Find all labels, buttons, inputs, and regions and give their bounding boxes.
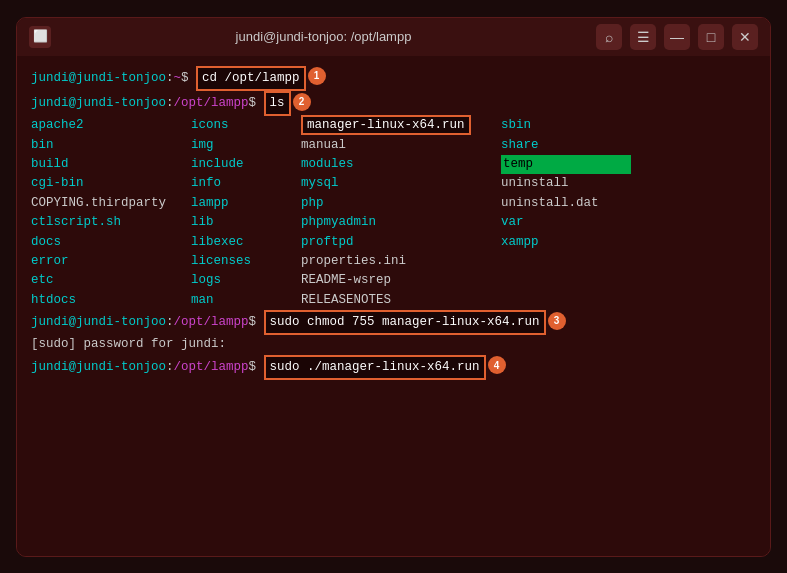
cmd-box-2: ls 2 (264, 91, 311, 116)
file-xampp: xampp (501, 233, 631, 252)
file-htdocs: htdocs (31, 291, 191, 310)
maximize-button[interactable]: □ (698, 24, 724, 50)
file-var: var (501, 213, 631, 232)
file-icons: icons (191, 116, 301, 135)
step-badge-3: 3 (548, 312, 566, 330)
file-sbin: sbin (501, 116, 631, 135)
file-docs: docs (31, 233, 191, 252)
file-libexec: libexec (191, 233, 301, 252)
prompt-path-3: /opt/lampp (174, 313, 249, 332)
terminal-window: ⬜ jundi@jundi-tonjoo: /opt/lampp ⌕ ☰ — □… (16, 17, 771, 557)
terminal-icon: ⬜ (29, 26, 51, 48)
menu-button[interactable]: ☰ (630, 24, 656, 50)
cmd-text-2: ls (264, 91, 291, 116)
close-button[interactable]: ✕ (732, 24, 758, 50)
file-build: build (31, 155, 191, 174)
file-lib: lib (191, 213, 301, 232)
window-controls: ⌕ ☰ — □ ✕ (596, 24, 758, 50)
file-php: php (301, 194, 501, 213)
prompt-user: jundi@jundi-tonjoo (31, 69, 166, 88)
file-manager: manager-linux-x64.run (301, 116, 501, 135)
col4: sbin share temp uninstall uninstall.dat … (501, 116, 631, 310)
command-line-4: jundi@jundi-tonjoo : /opt/lampp $ sudo .… (31, 355, 756, 380)
file-logs: logs (191, 271, 301, 290)
command-line-1: jundi@jundi-tonjoo : ~ $ cd /opt/lampp 1 (31, 66, 756, 91)
step-badge-4: 4 (488, 356, 506, 374)
file-share: share (501, 136, 631, 155)
minimize-button[interactable]: — (664, 24, 690, 50)
file-error: error (31, 252, 191, 271)
file-licenses: licenses (191, 252, 301, 271)
terminal-body[interactable]: jundi@jundi-tonjoo : ~ $ cd /opt/lampp 1… (17, 56, 770, 556)
col1: apache2 bin build cgi-bin COPYING.thirdp… (31, 116, 191, 310)
sudo-prompt-text: [sudo] password for jundi: (31, 335, 226, 354)
file-ctlscript: ctlscript.sh (31, 213, 191, 232)
prompt-user-2: jundi@jundi-tonjoo (31, 94, 166, 113)
file-lampp: lampp (191, 194, 301, 213)
step-badge-2: 2 (293, 93, 311, 111)
cmd-box-4: sudo ./manager-linux-x64.run 4 (264, 355, 506, 380)
cmd-box-3: sudo chmod 755 manager-linux-x64.run 3 (264, 310, 566, 335)
file-info: info (191, 174, 301, 193)
file-releasenotes: RELEASENOTES (301, 291, 501, 310)
col3: manager-linux-x64.run manual modules mys… (301, 116, 501, 310)
file-modules: modules (301, 155, 501, 174)
command-line-3: jundi@jundi-tonjoo : /opt/lampp $ sudo c… (31, 310, 756, 335)
file-cgi-bin: cgi-bin (31, 174, 191, 193)
cmd-text-1: cd /opt/lampp (196, 66, 306, 91)
titlebar: ⬜ jundi@jundi-tonjoo: /opt/lampp ⌕ ☰ — □… (17, 18, 770, 56)
file-apache2: apache2 (31, 116, 191, 135)
file-copying: COPYING.thirdparty (31, 194, 191, 213)
file-manual: manual (301, 136, 501, 155)
prompt-path-2: /opt/lampp (174, 94, 249, 113)
prompt-path-4: /opt/lampp (174, 358, 249, 377)
file-etc: etc (31, 271, 191, 290)
prompt-user-4: jundi@jundi-tonjoo (31, 358, 166, 377)
file-readme: README-wsrep (301, 271, 501, 290)
file-man: man (191, 291, 301, 310)
file-temp: temp (501, 155, 631, 174)
file-proftpd: proftpd (301, 233, 501, 252)
prompt-user-3: jundi@jundi-tonjoo (31, 313, 166, 332)
cmd-text-3: sudo chmod 755 manager-linux-x64.run (264, 310, 546, 335)
window-title: jundi@jundi-tonjoo: /opt/lampp (236, 29, 412, 44)
search-button[interactable]: ⌕ (596, 24, 622, 50)
file-img: img (191, 136, 301, 155)
file-uninstall-dat: uninstall.dat (501, 194, 631, 213)
file-phpmyadmin: phpmyadmin (301, 213, 501, 232)
col2: icons img include info lampp lib libexec… (191, 116, 301, 310)
step-badge-1: 1 (308, 67, 326, 85)
file-include: include (191, 155, 301, 174)
titlebar-left: ⬜ (29, 26, 51, 48)
file-uninstall: uninstall (501, 174, 631, 193)
cmd-box-1: cd /opt/lampp 1 (196, 66, 326, 91)
file-bin: bin (31, 136, 191, 155)
sudo-prompt-line: [sudo] password for jundi: (31, 335, 756, 354)
file-listing: apache2 bin build cgi-bin COPYING.thirdp… (31, 116, 756, 310)
file-properties: properties.ini (301, 252, 501, 271)
cmd-text-4: sudo ./manager-linux-x64.run (264, 355, 486, 380)
file-mysql: mysql (301, 174, 501, 193)
prompt-path: ~ (174, 69, 182, 88)
manager-highlighted: manager-linux-x64.run (301, 115, 471, 135)
command-line-2: jundi@jundi-tonjoo : /opt/lampp $ ls 2 (31, 91, 756, 116)
